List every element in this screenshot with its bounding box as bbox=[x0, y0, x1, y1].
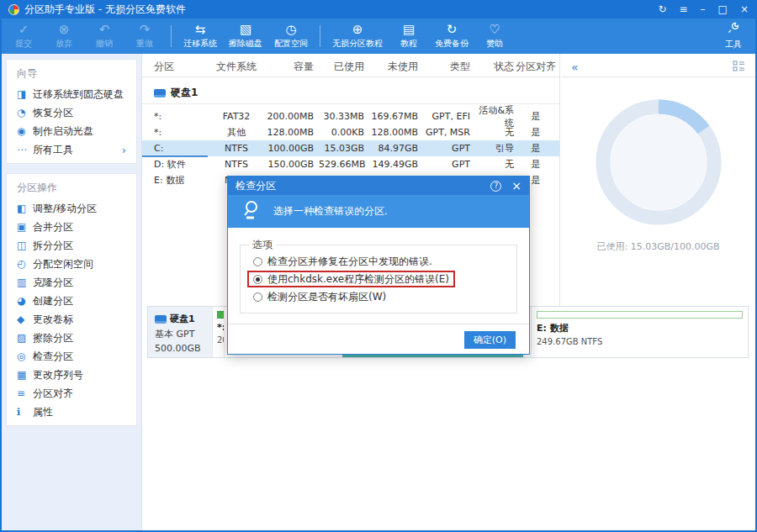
column-header-status[interactable]: 状态 bbox=[472, 60, 516, 74]
sidebar-item-icon: ◎ bbox=[17, 350, 33, 362]
partition-row-efi[interactable]: *: FAT32 200.00MB 30.33MB 169.67MB GPT, … bbox=[142, 108, 559, 124]
partition-row-d[interactable]: D: 软件 NTFS 150.00GB 529.66MB 149.49GB GP… bbox=[142, 156, 559, 172]
close-button[interactable]: × bbox=[740, 3, 749, 15]
menu-icon[interactable]: ≡ bbox=[680, 3, 688, 15]
dialog-header: 选择一种检查错误的分区. bbox=[228, 195, 529, 228]
sidebar-section-title: 分区操作 bbox=[7, 174, 136, 199]
disk-type: 基本 GPT bbox=[155, 328, 207, 340]
column-header-filesystem[interactable]: 文件系统 bbox=[209, 60, 263, 74]
column-header-partition[interactable]: 分区 bbox=[142, 60, 209, 74]
tools-button[interactable]: 工具 bbox=[713, 18, 754, 54]
ok-button[interactable]: 确定(O) bbox=[464, 331, 516, 349]
dialog-body: 选项 检查分区并修复在分区中发现的错误. 使用chkdsk.exe程序检测分区的… bbox=[228, 228, 529, 313]
disk-group-row[interactable]: 硬盘1 bbox=[142, 82, 559, 104]
sidebar-item-icon: ℹ bbox=[17, 406, 33, 418]
column-header-unused[interactable]: 未使用 bbox=[368, 60, 423, 74]
dialog-footer: 确定(O) bbox=[228, 324, 529, 354]
column-header-capacity[interactable]: 容量 bbox=[263, 60, 319, 74]
column-header-used[interactable]: 已使用 bbox=[319, 60, 368, 74]
dialog-title: 检查分区 bbox=[236, 179, 276, 193]
usage-panel-header: « bbox=[561, 57, 755, 77]
toolbar-icon: ↷ bbox=[140, 23, 151, 37]
app-window: 分区助手专业版 - 无损分区免费软件 ↻≡–□× ✓ 提交 ⊗ 放弃 ↶ 撤 bbox=[0, 0, 757, 532]
wrench-icon bbox=[727, 21, 740, 38]
wipe-disk-button[interactable]: ▧ 擦除磁盘 bbox=[223, 18, 268, 54]
radio-button[interactable] bbox=[253, 257, 262, 266]
migrate-system-button[interactable]: ⇆ 迁移系统 bbox=[177, 18, 223, 54]
layout-grid-icon[interactable] bbox=[733, 59, 745, 75]
sidebar-item-icon: ◉ bbox=[17, 125, 33, 137]
sidebar-item-change-serial-number[interactable]: ▦ 更改序列号 bbox=[7, 366, 136, 384]
sidebar-item-partition-alignment[interactable]: ≡ 分区对齐 bbox=[7, 384, 136, 403]
toolbar-icon: ▧ bbox=[240, 23, 251, 37]
sidebar-item-properties[interactable]: ℹ 属性 bbox=[7, 403, 136, 421]
toolbar-icon: ⊗ bbox=[59, 23, 70, 37]
sidebar-item-make-bootable-media[interactable]: ◉ 制作启动光盘 bbox=[7, 122, 136, 140]
sponsor-button[interactable]: ♡ 赞助 bbox=[474, 18, 515, 54]
configure-space-button[interactable]: ◷ 配置空间 bbox=[268, 18, 314, 54]
sidebar-section-wizard: 向导 ◨ 迁移系统到固态硬盘 ◔ 恢复分区 bbox=[6, 59, 137, 164]
toolbar-icon: ↶ bbox=[99, 23, 110, 37]
option-check-and-fix[interactable]: 检查分区并修复在分区中发现的错误. bbox=[247, 253, 438, 270]
window-controls: ↻≡–□× bbox=[658, 3, 749, 15]
radio-button[interactable] bbox=[253, 275, 262, 284]
sidebar-item-migrate-os-to-ssd[interactable]: ◨ 迁移系统到固态硬盘 bbox=[7, 85, 136, 103]
sidebar-item-clone-partition[interactable]: ▥ 克隆分区 bbox=[7, 273, 136, 292]
sidebar-item-merge-partitions[interactable]: ▣ 合并分区 bbox=[7, 218, 136, 236]
toolbar-group-help: ⊕ 无损分区教程 ▤ 教程 ↻ 免费备份 ♡ 赞助 bbox=[326, 18, 515, 54]
toolbar-group-disk: ⇆ 迁移系统 ▧ 擦除磁盘 ◷ 配置空间 bbox=[177, 18, 314, 54]
partition-row-msr[interactable]: *: 其他 128.00MB 0.00KB 128.00MB GPT, MSR … bbox=[142, 124, 559, 140]
toolbar-icon: ⇆ bbox=[195, 23, 206, 37]
redo-button[interactable]: ↷ 重做 bbox=[124, 18, 165, 54]
lossless-partition-tutorial-button[interactable]: ⊕ 无损分区教程 bbox=[326, 18, 389, 54]
sidebar: 向导 ◨ 迁移系统到固态硬盘 ◔ 恢复分区 bbox=[2, 54, 141, 530]
toolbar-separator bbox=[320, 25, 320, 47]
options-group: 选项 检查分区并修复在分区中发现的错误. 使用chkdsk.exe程序检测分区的… bbox=[240, 238, 517, 313]
window-title: 分区助手专业版 - 无损分区免费软件 bbox=[24, 3, 186, 17]
discard-button[interactable]: ⊗ 放弃 bbox=[44, 18, 84, 54]
tutorial-button[interactable]: ▤ 教程 bbox=[389, 18, 429, 54]
undo-button[interactable]: ↶ 撤销 bbox=[84, 18, 124, 54]
partition-block-efi[interactable]: *: 200.00MB bbox=[212, 307, 224, 357]
titlebar: 分区助手专业版 - 无损分区免费软件 ↻≡–□× bbox=[2, 0, 755, 18]
partition-block-e[interactable]: E: 数据 249.67GB NTFS bbox=[531, 307, 748, 357]
sidebar-item-wipe-partition[interactable]: ▨ 擦除分区 bbox=[7, 329, 136, 347]
column-header-type[interactable]: 类型 bbox=[423, 60, 472, 74]
radio-button[interactable] bbox=[253, 292, 262, 302]
partition-row-c[interactable]: C: NTFS 100.00GB 15.03GB 84.97GB GPT 引导 … bbox=[142, 140, 559, 156]
dialog-subtitle: 选择一种检查错误的分区. bbox=[273, 204, 388, 219]
usage-donut-chart: 已使用: 15.03GB/100.00GB bbox=[561, 77, 755, 253]
option-chkdsk[interactable]: 使用chkdsk.exe程序检测分区的错误(E) bbox=[247, 271, 455, 287]
minimize-button[interactable]: – bbox=[701, 3, 706, 15]
collapse-panel-button[interactable]: « bbox=[571, 61, 579, 74]
disk-info-block[interactable]: 硬盘1 基本 GPT 500.00GB bbox=[148, 307, 212, 357]
hard-disk-icon bbox=[155, 315, 167, 324]
sidebar-item-icon: ◨ bbox=[17, 88, 33, 100]
toolbar-icon: ♡ bbox=[489, 23, 500, 37]
sidebar-item-check-partition[interactable]: ◎ 检查分区 bbox=[7, 347, 136, 366]
sidebar-item-recover-partition[interactable]: ◔ 恢复分区 bbox=[7, 103, 136, 122]
toolbar-group-pending: ✓ 提交 ⊗ 放弃 ↶ 撤销 ↷ 重做 bbox=[3, 18, 165, 54]
help-icon[interactable]: ? bbox=[490, 181, 501, 192]
table-header: 分区 文件系统 容量 已使用 未使用 类型 状态 分区对齐 bbox=[142, 57, 559, 77]
check-partition-dialog: 检查分区 ? × 选择一种检查错误的分区. 选项 bbox=[227, 176, 530, 355]
sidebar-item-all-tools[interactable]: ⋯ 所有工具 › bbox=[7, 140, 136, 159]
usage-caption: 已使用: 15.03GB/100.00GB bbox=[561, 240, 755, 253]
sidebar-item-change-label[interactable]: ◆ 更改卷标 bbox=[7, 310, 136, 329]
sidebar-item-resize-move-partition[interactable]: ◧ 调整/移动分区 bbox=[7, 199, 136, 218]
commit-button[interactable]: ✓ 提交 bbox=[3, 18, 44, 54]
dialog-titlebar: 检查分区 ? × bbox=[228, 176, 529, 195]
sidebar-item-allocate-free-space[interactable]: ◴ 分配空闲空间 bbox=[7, 255, 136, 273]
free-backup-button[interactable]: ↻ 免费备份 bbox=[429, 18, 474, 54]
maximize-button[interactable]: □ bbox=[718, 3, 728, 15]
column-header-alignment[interactable]: 分区对齐 bbox=[516, 60, 556, 74]
toolbar-separator bbox=[171, 25, 172, 47]
sidebar-item-icon: ▦ bbox=[17, 369, 33, 381]
partition-usage-bar bbox=[537, 311, 743, 319]
dialog-close-button[interactable]: × bbox=[511, 179, 521, 192]
option-bad-sectors[interactable]: 检测分区是否有坏扇区(W) bbox=[247, 288, 392, 305]
sidebar-item-icon: ◆ bbox=[17, 313, 33, 325]
sidebar-item-split-partition[interactable]: ◫ 拆分分区 bbox=[7, 236, 136, 255]
sidebar-item-create-partition[interactable]: ◕ 创建分区 bbox=[7, 292, 136, 310]
sync-icon[interactable]: ↻ bbox=[658, 3, 666, 15]
